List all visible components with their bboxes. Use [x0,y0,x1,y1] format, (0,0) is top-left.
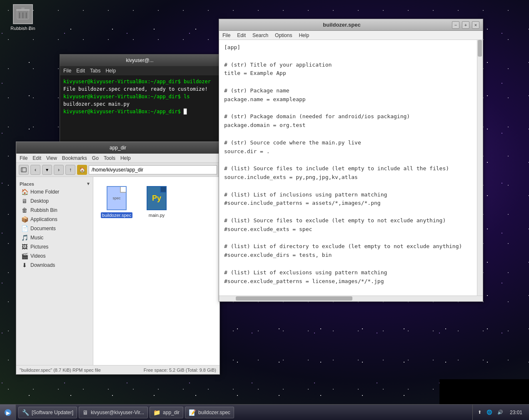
editor-menu-help[interactable]: Help [299,32,309,38]
editor-maximize-button[interactable]: + [462,21,469,29]
fm-menu-go[interactable]: Go [92,155,99,161]
terminal-menu-edit[interactable]: Edit [76,68,85,74]
file-item-buildozer[interactable]: spec buildozer.spec [100,184,133,218]
fm-menu-help[interactable]: Help [120,155,131,161]
tray-up-icon[interactable]: ⬆ [476,410,483,415]
doc-icon: spec [107,186,127,210]
sidebar-item-videos[interactable]: 🎬 Videos [16,251,93,261]
file-icon-main-py: Py [144,184,169,213]
terminal-background-extension [439,379,529,404]
sidebar-item-home[interactable]: 🏠 Home Folder [16,187,93,196]
editor-menu-file[interactable]: File [222,32,230,38]
python-icon: Py [147,186,167,210]
editor-menu-edit[interactable]: Edit [237,32,246,38]
file-name-buildozer: buildozer.spec [101,213,132,218]
editor-menu-options[interactable]: Options [275,32,292,38]
fm-toolbar-up[interactable]: ↑ [65,165,75,175]
sidebar-item-downloads[interactable]: ⬇ Downloads [16,261,93,270]
editor-window: buildozer.spec − + × File Edit Search Op… [219,19,483,302]
editor-scrollbar-thumb[interactable] [478,40,482,57]
editor-hscrollbar[interactable] [219,296,483,301]
terminal-title: kivyuser@... [126,57,153,63]
terminal-line-3: kivyuser@kivyuser-VirtualBox:~/app_dir$ … [63,93,216,100]
file-name-main-py: main.py [149,213,165,218]
terminal-taskbar-icon: 🖥 [82,409,88,416]
taskbar-item-editor[interactable]: 📝 buildozer.spec [185,407,234,418]
taskbar-label-software-updater: [Software Updater] [32,410,73,415]
terminal-menu-file[interactable]: File [63,68,71,74]
tray-volume-icon[interactable]: 🔊 [496,410,505,415]
editor-hscrollbar-thumb[interactable] [236,296,352,301]
rubbish-sidebar-icon: 🗑 [21,207,28,214]
software-updater-icon: 🔧 [22,409,29,416]
editor-close-button[interactable]: × [472,21,479,29]
editor-body: [app] # (str) Title of your application … [219,40,483,296]
terminal-line-1: kivyuser@kivyuser-VirtualBox:~/app_dir$ … [63,78,216,85]
editor-minimize-button[interactable]: − [452,21,459,29]
sidebar-item-pictures[interactable]: 🖼 Pictures [16,242,93,251]
taskbar-item-filemanager[interactable]: 📁 app_dir [150,407,183,418]
fm-toolbar-back[interactable]: ‹ [30,165,40,175]
sidebar-places-header[interactable]: Places ▾ [16,180,93,187]
taskbar-label-terminal: kivyuser@kivyuser-Vir... [91,410,144,415]
taskbar-item-software-updater[interactable]: 🔧 [Software Updater] [18,407,77,418]
terminal-window: kivyuser@... File Edit Tabs Help kivyuse… [60,54,220,142]
filemanager-title: app_dir [110,145,126,151]
sidebar-item-music[interactable]: 🎵 Music [16,233,93,242]
sidebar-item-rubbish-bin[interactable]: 🗑 Rubbish Bin [16,206,93,215]
desktop-icon-label: Rubbish Bin [10,26,35,31]
fm-toolbar-home[interactable]: 🏠 [77,165,87,175]
editor-menu: File Edit Search Options Help [219,31,483,40]
editor-titlebar: buildozer.spec − + × [219,19,483,31]
documents-icon: 📄 [21,225,28,232]
fm-address-bar[interactable]: /home/kivyuser/app_dir [89,165,217,174]
filemanager-menu: File Edit View Bookmarks Go Tools Help [16,154,220,163]
tray-network-icon[interactable]: 🌐 [485,410,494,415]
svg-rect-2 [21,7,25,9]
pictures-icon: 🖼 [21,244,28,250]
terminal-menu-tabs[interactable]: Tabs [90,68,100,74]
taskbar-items: 🔧 [Software Updater] 🖥 kivyuser@kivyuser… [16,407,472,418]
music-icon: 🎵 [21,234,28,241]
svg-rect-1 [16,9,30,11]
desktop-icon-rubbish-bin[interactable]: Rubbish Bin [6,4,40,31]
svg-text:▶: ▶ [6,410,10,416]
taskbar: ▶ 🔧 [Software Updater] 🖥 kivyuser@kivyus… [0,404,529,420]
editor-content[interactable]: [app] # (str) Title of your application … [219,40,477,296]
rubbish-bin-icon [13,4,33,24]
fm-menu-edit[interactable]: Edit [32,155,41,161]
editor-window-buttons: − + × [452,21,479,29]
taskbar-clock: 23:01 [507,410,526,415]
svg-rect-6 [21,168,26,172]
taskbar-item-terminal[interactable]: 🖥 kivyuser@kivyuser-Vir... [79,407,148,418]
sidebar-item-documents[interactable]: 📄 Documents [16,224,93,233]
file-area: spec buildozer.spec Py main.py [93,177,220,365]
fm-address-text: /home/kivyuser/app_dir [92,167,143,173]
file-icon-buildozer: spec [104,184,129,213]
filemanager-toolbar: ‹ ▾ › ↑ 🏠 /home/kivyuser/app_dir [16,163,220,177]
terminal-titlebar: kivyuser@... [60,55,220,66]
fm-menu-bookmarks[interactable]: Bookmarks [62,155,87,161]
fm-toolbar-browse-icon[interactable] [19,165,29,175]
filemanager-statusbar: "buildozer.spec" (8.7 KiB) RPM spec file… [16,365,220,374]
fm-toolbar-menu[interactable]: ▾ [42,165,52,175]
filemanager-titlebar: app_dir [16,142,220,154]
file-item-main-py[interactable]: Py main.py [140,184,173,218]
taskbar-label-filemanager: app_dir [163,410,180,415]
downloads-icon: ⬇ [21,262,28,268]
editor-scrollbar[interactable] [477,40,483,296]
statusbar-left: "buildozer.spec" (8.7 KiB) RPM spec file [20,368,101,373]
fm-menu-file[interactable]: File [20,155,27,161]
home-icon: 🏠 [21,189,28,195]
applications-icon: 📦 [21,216,28,223]
fm-toolbar-forward[interactable]: › [54,165,64,175]
desktop: Rubbish Bin kivyuser@... File Edit Tabs … [0,0,529,420]
filemanager-sidebar: Places ▾ 🏠 Home Folder 🖥 Desktop 🗑 Rubbi… [16,177,93,365]
editor-menu-search[interactable]: Search [252,32,268,38]
taskbar-start-button[interactable]: ▶ [0,405,16,420]
fm-menu-view[interactable]: View [46,155,57,161]
sidebar-item-applications[interactable]: 📦 Applications [16,215,93,224]
terminal-menu-help[interactable]: Help [105,68,116,74]
fm-menu-tools[interactable]: Tools [104,155,115,161]
sidebar-item-desktop[interactable]: 🖥 Desktop [16,196,93,206]
